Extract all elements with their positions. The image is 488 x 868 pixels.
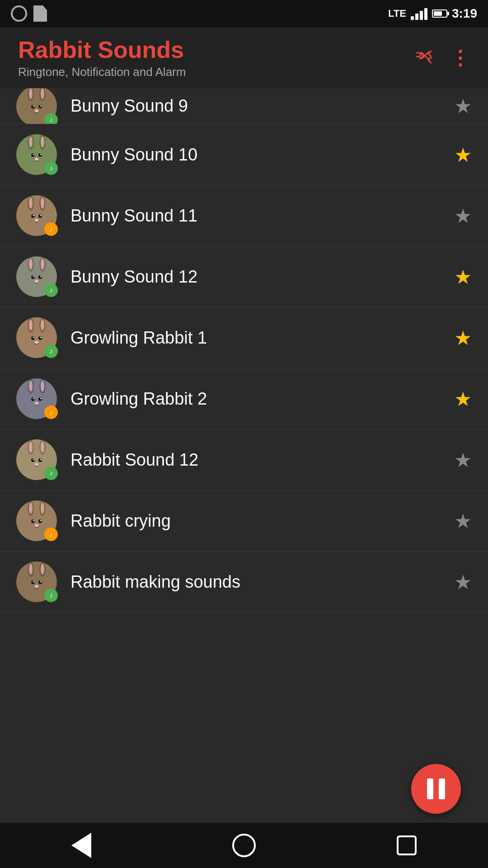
list-item[interactable]: ♪ Rabbit crying ★ bbox=[0, 491, 488, 552]
favorite-star[interactable]: ★ bbox=[454, 94, 472, 118]
svg-point-18 bbox=[38, 153, 42, 157]
favorite-star[interactable]: ★ bbox=[454, 143, 472, 166]
list-item[interactable]: ♪ Bunny Sound 11 ★ bbox=[0, 185, 488, 246]
avatar-container: ♪ bbox=[16, 317, 57, 358]
svg-point-98 bbox=[35, 585, 38, 588]
status-bar-right: LTE 3:19 bbox=[388, 6, 477, 21]
favorite-star[interactable]: ★ bbox=[454, 387, 472, 410]
music-badge: ♪ bbox=[44, 344, 58, 358]
sound-name: Bunny Sound 9 bbox=[70, 96, 454, 116]
list-item[interactable]: ♪ Bunny Sound 10 ★ bbox=[0, 124, 488, 185]
battery-icon bbox=[432, 9, 447, 18]
sound-name: Growling Rabbit 2 bbox=[70, 389, 454, 409]
favorite-star[interactable]: ★ bbox=[454, 204, 472, 227]
list-item[interactable]: ♪ Bunny Sound 12 ★ bbox=[0, 246, 488, 307]
music-badge: ♪ bbox=[44, 161, 58, 175]
avatar-container: ♪ bbox=[16, 561, 57, 602]
svg-point-94 bbox=[31, 580, 35, 584]
header-title-group: Rabbit Sounds Ringtone, Notification and… bbox=[18, 36, 186, 79]
home-button[interactable] bbox=[228, 830, 260, 861]
svg-point-10 bbox=[35, 109, 38, 112]
list-item[interactable]: ♪ Growling Rabbit 1 ★ bbox=[0, 307, 488, 368]
status-bar-left bbox=[11, 5, 47, 22]
svg-point-42 bbox=[40, 276, 42, 277]
svg-point-63 bbox=[33, 398, 34, 399]
shuffle-icon[interactable] bbox=[414, 46, 434, 70]
favorite-star[interactable]: ★ bbox=[454, 265, 472, 288]
sound-name: Bunny Sound 10 bbox=[70, 145, 454, 165]
svg-point-47 bbox=[29, 320, 33, 330]
sound-name: Rabbit crying bbox=[70, 511, 454, 531]
svg-point-54 bbox=[35, 341, 38, 344]
recents-button[interactable] bbox=[391, 830, 422, 861]
music-badge: ♪ bbox=[44, 467, 58, 480]
svg-point-73 bbox=[38, 458, 42, 462]
svg-point-50 bbox=[31, 336, 35, 340]
favorite-star[interactable]: ★ bbox=[454, 448, 472, 472]
signal-icon bbox=[411, 7, 427, 20]
svg-point-84 bbox=[38, 519, 42, 523]
svg-point-6 bbox=[31, 105, 35, 108]
pause-icon bbox=[427, 778, 445, 799]
sound-name: Bunny Sound 11 bbox=[70, 206, 454, 226]
list-item[interactable]: ♪ Rabbit making sounds ★ bbox=[0, 552, 488, 613]
list-item[interactable]: ♪ Growling Rabbit 2 ★ bbox=[0, 368, 488, 429]
home-icon bbox=[232, 834, 256, 857]
sound-list: ♪ Bunny Sound 9 ★ bbox=[0, 88, 488, 823]
svg-point-58 bbox=[29, 381, 33, 392]
svg-point-69 bbox=[29, 442, 33, 453]
svg-point-26 bbox=[41, 198, 44, 208]
list-item[interactable]: ♪ Bunny Sound 9 ★ bbox=[0, 88, 488, 124]
svg-point-14 bbox=[29, 137, 33, 147]
sound-name: Rabbit Sound 12 bbox=[70, 450, 454, 470]
avatar-container: ♪ bbox=[16, 256, 57, 297]
svg-point-32 bbox=[35, 219, 38, 222]
favorite-star[interactable]: ★ bbox=[454, 509, 472, 533]
music-badge: ♪ bbox=[44, 406, 58, 419]
app-title: Rabbit Sounds bbox=[18, 36, 186, 63]
sound-name: Growling Rabbit 1 bbox=[70, 328, 454, 348]
svg-point-36 bbox=[29, 259, 33, 269]
svg-point-85 bbox=[33, 520, 34, 521]
svg-point-96 bbox=[33, 581, 34, 582]
sim-icon bbox=[33, 5, 47, 22]
svg-point-48 bbox=[41, 320, 44, 330]
time-label: 3:19 bbox=[452, 6, 477, 21]
svg-point-21 bbox=[35, 158, 38, 160]
back-button[interactable] bbox=[66, 830, 97, 861]
svg-point-59 bbox=[41, 381, 44, 392]
svg-point-61 bbox=[31, 397, 35, 401]
svg-point-75 bbox=[40, 459, 42, 460]
svg-point-80 bbox=[29, 503, 33, 514]
app-header: Rabbit Sounds Ringtone, Notification and… bbox=[0, 27, 488, 88]
favorite-star[interactable]: ★ bbox=[454, 571, 472, 594]
svg-point-52 bbox=[33, 337, 34, 338]
svg-point-65 bbox=[35, 402, 38, 405]
svg-point-92 bbox=[41, 564, 44, 575]
svg-point-17 bbox=[31, 153, 35, 157]
svg-point-39 bbox=[31, 275, 35, 279]
pause-fab[interactable] bbox=[411, 764, 461, 814]
battery-fill bbox=[434, 11, 442, 16]
music-badge: ♪ bbox=[44, 113, 58, 125]
svg-point-53 bbox=[40, 337, 42, 338]
svg-point-91 bbox=[29, 564, 33, 575]
svg-point-9 bbox=[40, 105, 42, 107]
status-bar: LTE 3:19 bbox=[0, 0, 488, 27]
svg-point-51 bbox=[38, 336, 42, 340]
svg-point-83 bbox=[31, 519, 35, 523]
svg-point-8 bbox=[33, 105, 34, 107]
svg-point-25 bbox=[29, 198, 33, 208]
svg-point-64 bbox=[40, 398, 42, 399]
nav-bar bbox=[0, 823, 488, 868]
svg-point-19 bbox=[33, 154, 34, 155]
music-badge: ♪ bbox=[44, 222, 58, 236]
svg-point-62 bbox=[38, 397, 42, 401]
svg-point-28 bbox=[31, 214, 35, 218]
more-menu-icon[interactable]: ⋮ bbox=[450, 46, 470, 69]
sound-name: Bunny Sound 12 bbox=[70, 267, 454, 287]
list-item[interactable]: ♪ Rabbit Sound 12 ★ bbox=[0, 429, 488, 491]
record-icon bbox=[11, 5, 27, 22]
favorite-star[interactable]: ★ bbox=[454, 326, 472, 349]
signal-bar-2 bbox=[415, 14, 418, 20]
